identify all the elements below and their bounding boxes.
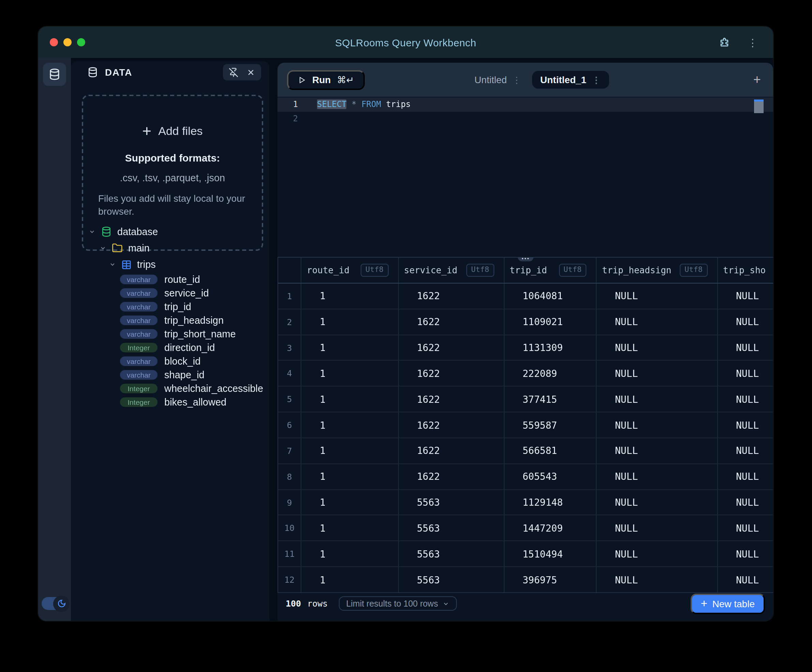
column-type-badge: varchar — [120, 329, 157, 339]
new-table-button[interactable]: + New table — [691, 593, 765, 614]
table-cell: 1 — [301, 541, 399, 567]
table-cell: NULL — [597, 387, 718, 412]
tree-column-item[interactable]: varchar route_id — [71, 272, 269, 286]
tree-column-item[interactable]: varchar service_id — [71, 286, 269, 300]
column-type-badge: varchar — [120, 275, 157, 284]
row-number-cell: 8 — [278, 464, 301, 489]
tree-column-item[interactable]: Integer wheelchair_accessible — [71, 382, 269, 395]
table-cell: NULL — [718, 412, 773, 437]
split-drag-handle[interactable] — [517, 257, 533, 261]
titlebar: SQLRooms Query Workbench ⋮ — [38, 27, 773, 58]
sql-operator: * — [351, 99, 356, 109]
chevron-down-icon[interactable] — [99, 245, 106, 252]
table-cell: 1 — [301, 412, 399, 437]
editor-tabs: Untitled ⋮ Untitled_1 ⋮ — [474, 71, 609, 88]
row-number-cell: 5 — [278, 387, 301, 412]
close-icon: ✕ — [247, 67, 255, 77]
data-panel: DATA ✕ — [71, 61, 269, 621]
column-header[interactable]: route_id Utf8 — [301, 258, 399, 283]
table-cell: 5563 — [399, 490, 504, 515]
data-panel-button[interactable] — [43, 63, 66, 86]
column-type-badge: Integer — [120, 397, 157, 407]
row-number-cell: 11 — [278, 541, 301, 567]
tree-column-item[interactable]: varchar trip_headsign — [71, 313, 269, 327]
column-type-badge: Utf8 — [361, 264, 388, 276]
tab-untitled-1[interactable]: Untitled_1 ⋮ — [532, 71, 609, 88]
tab-menu-icon[interactable]: ⋮ — [512, 75, 521, 85]
table-cell: 605543 — [504, 464, 597, 489]
tree-item-database[interactable]: database — [71, 223, 269, 240]
table-cell: 1622 — [399, 438, 504, 463]
window-menu-icon[interactable]: ⋮ — [746, 36, 759, 49]
column-type-badge: Integer — [120, 343, 157, 352]
column-header[interactable]: trip_sho — [718, 258, 773, 283]
column-header[interactable]: trip_id Utf8 — [504, 258, 597, 283]
table-row: 9 1 5563 1129148 NULL NULL — [278, 490, 773, 515]
table-cell: 1622 — [399, 335, 504, 360]
row-number-cell: 1 — [278, 284, 301, 309]
column-name-label: trip_short_name — [164, 328, 236, 339]
results-footer: 100 rows Limit results to 100 rows + New… — [278, 592, 773, 621]
tree-item-schema-main[interactable]: main — [71, 240, 269, 256]
table-cell: 1 — [301, 567, 399, 592]
table-cell: NULL — [718, 438, 773, 463]
column-name-label: wheelchair_accessible — [164, 383, 263, 394]
sql-editor[interactable]: 1 2 SELECT * FROM trips — [278, 97, 773, 257]
add-tab-button[interactable]: + — [753, 72, 761, 87]
table-cell: NULL — [718, 541, 773, 567]
table-icon — [121, 259, 131, 270]
column-name-label: route_id — [164, 274, 200, 285]
column-header[interactable]: service_id Utf8 — [399, 258, 504, 283]
tree-column-item[interactable]: varchar block_id — [71, 354, 269, 368]
column-type-badge: varchar — [120, 302, 157, 311]
row-number-cell: 3 — [278, 335, 301, 360]
close-panel-button[interactable]: ✕ — [243, 65, 258, 79]
supported-formats-label: Supported formats: — [125, 152, 220, 163]
table-cell: 1 — [301, 284, 399, 309]
table-cell: NULL — [718, 515, 773, 541]
tree-column-item[interactable]: varchar trip_short_name — [71, 327, 269, 341]
tab-untitled[interactable]: Untitled ⋮ — [474, 74, 521, 85]
row-number-cell: 12 — [278, 567, 301, 592]
table-cell: 1 — [301, 387, 399, 412]
limit-results-dropdown[interactable]: Limit results to 100 rows — [338, 596, 457, 611]
tree-column-item[interactable]: Integer bikes_allowed — [71, 395, 269, 409]
tree-item-table-trips[interactable]: trips — [71, 256, 269, 272]
formats-list: .csv, .tsv, .parquet, .json — [120, 172, 225, 183]
table-row: 7 1 1622 566581 NULL NULL — [278, 438, 773, 464]
tab-menu-icon[interactable]: ⋮ — [592, 75, 600, 85]
table-row: 6 1 1622 559587 NULL NULL — [278, 412, 773, 438]
table-cell: 1 — [301, 515, 399, 541]
tree-column-item[interactable]: Integer direction_id — [71, 341, 269, 354]
column-type-badge: varchar — [120, 316, 157, 325]
table-cell: NULL — [597, 567, 718, 592]
chevron-down-icon[interactable] — [109, 261, 116, 268]
code-line: SELECT * FROM trips — [317, 97, 411, 112]
table-cell: 5563 — [399, 567, 504, 592]
dark-mode-toggle[interactable] — [42, 597, 68, 610]
run-query-button[interactable]: Run ⌘↵ — [287, 70, 365, 90]
table-cell: 1 — [301, 361, 399, 386]
table-row: 12 1 5563 396975 NULL NULL — [278, 567, 773, 592]
table-cell: NULL — [597, 490, 718, 515]
screen: SQLRooms Query Workbench ⋮ — [0, 0, 812, 672]
table-cell: NULL — [718, 387, 773, 412]
folder-icon — [112, 243, 123, 253]
extension-icon[interactable] — [717, 36, 731, 49]
tree-column-item[interactable]: varchar trip_id — [71, 300, 269, 313]
column-type-badge: varchar — [120, 356, 157, 366]
column-type-badge: Utf8 — [559, 264, 586, 276]
row-number-cell: 10 — [278, 515, 301, 541]
unpin-panel-button[interactable] — [226, 65, 241, 79]
column-header[interactable]: trip_headsign Utf8 — [597, 258, 718, 283]
table-cell: NULL — [718, 567, 773, 592]
line-number: 1 — [278, 97, 298, 112]
column-list: varchar route_id varchar service_id varc… — [71, 272, 269, 409]
table-cell: NULL — [718, 310, 773, 335]
chevron-down-icon[interactable] — [89, 228, 96, 235]
table-row: 3 1 1622 1131309 NULL NULL — [278, 335, 773, 361]
table-cell: 1622 — [399, 412, 504, 437]
tree-column-item[interactable]: varchar shape_id — [71, 368, 269, 382]
scrollbar-overview[interactable] — [754, 99, 764, 113]
table-cell: 1447209 — [504, 515, 597, 541]
